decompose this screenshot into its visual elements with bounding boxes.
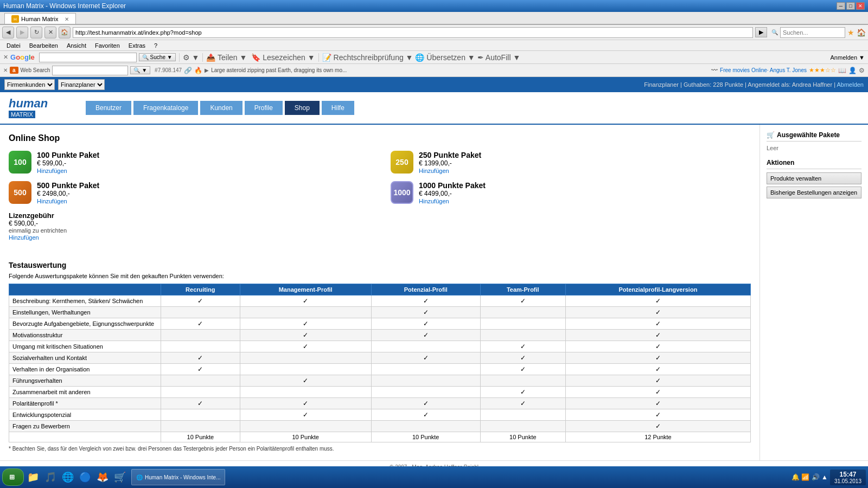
- nav-tab-shop[interactable]: Shop: [285, 101, 320, 115]
- table-cell: ✓: [240, 341, 371, 352]
- sign-in-text[interactable]: Anmelden ▼: [831, 54, 865, 61]
- table-cell: ✓: [240, 318, 371, 330]
- table-row-label: Polaritätenprofil *: [9, 398, 161, 409]
- product-link-1000[interactable]: Hinzufügen: [419, 198, 449, 204]
- finanzplaner-dropdown[interactable]: Finanzplaner: [58, 79, 105, 90]
- table-cell: [371, 421, 480, 432]
- ask-search-input[interactable]: [52, 66, 128, 75]
- table-cell: ✓: [565, 387, 750, 398]
- menu-ansicht[interactable]: Ansicht: [62, 41, 91, 50]
- address-search-input[interactable]: [780, 27, 845, 38]
- logout-link[interactable]: Abmelden: [837, 81, 864, 88]
- product-link-100[interactable]: Hinzufügen: [37, 168, 67, 174]
- check-icon: ✓: [520, 365, 526, 373]
- autofill-icon[interactable]: ✒ AutoFill ▼: [477, 53, 521, 62]
- product-item-250: 250 250 Punkte Paket € 1399,00,- Hinzufü…: [391, 151, 751, 175]
- go-button[interactable]: ▶: [755, 27, 767, 37]
- nav-tab-kunden[interactable]: Kunden: [200, 101, 242, 115]
- license-link[interactable]: Hinzufügen: [9, 234, 39, 241]
- back-button[interactable]: ◀: [2, 27, 14, 38]
- taskbar-icon-ie[interactable]: 🌐: [60, 469, 76, 485]
- url-input[interactable]: [73, 27, 753, 38]
- table-row-label: Einstellungen, Werthaltungen: [9, 307, 161, 318]
- taskbar-icon-firefox[interactable]: 🦊: [94, 469, 111, 485]
- google-search-input[interactable]: [39, 53, 137, 62]
- product-price-500: € 2498,00,-: [37, 190, 99, 197]
- table-cell: [161, 341, 240, 352]
- firmenkunden-dropdown[interactable]: Firmenkunden: [4, 79, 55, 90]
- table-cell: ✓: [565, 409, 750, 421]
- check-icon: ✓: [655, 377, 661, 384]
- system-clock[interactable]: 15:47 31.05.2013: [830, 470, 866, 485]
- table-row-label: Sozialverhalten und Kontakt: [9, 352, 161, 364]
- table-footer-cell: 10 Punkte: [161, 432, 240, 442]
- tab-close[interactable]: ✕: [65, 16, 69, 22]
- product-item-500: 500 500 Punkte Paket € 2498,00,- Hinzufü…: [9, 181, 369, 205]
- table-cell: [161, 375, 240, 387]
- favorites-icon[interactable]: ★: [847, 28, 854, 37]
- taskbar-icon-shop[interactable]: 🛒: [112, 469, 128, 485]
- product-link-250[interactable]: Hinzufügen: [419, 168, 449, 174]
- translate-icon[interactable]: 🌐 Übersetzen ▼: [415, 53, 475, 62]
- menu-datei[interactable]: Datei: [2, 41, 25, 50]
- product-link-500[interactable]: Hinzufügen: [37, 198, 67, 204]
- address-bar: ◀ ▶ ↻ ✕ 🏠 ▶ 🔍 ★ 🏠: [0, 25, 868, 40]
- wave-icon: 〰: [711, 67, 718, 74]
- table-cell: ✓: [480, 364, 565, 375]
- taskbar-icon-media[interactable]: 🎵: [42, 469, 59, 485]
- refresh-button[interactable]: ↻: [30, 27, 42, 38]
- table-cell: ✓: [565, 421, 750, 432]
- product-info-250: 250 Punkte Paket € 1399,00,- Hinzufügen: [419, 151, 481, 175]
- taskbar-icon-chrome[interactable]: 🔵: [77, 469, 93, 485]
- check-icon: ✓: [197, 297, 203, 305]
- table-cell: [480, 330, 565, 341]
- browser-tab-bar: H Human Matrix ✕: [0, 12, 868, 25]
- menu-help[interactable]: ?: [150, 41, 162, 50]
- ask-search-btn[interactable]: 🔍 ▼: [130, 66, 150, 74]
- nav-tab-benutzer[interactable]: Benutzer: [86, 101, 131, 115]
- orders-history-button[interactable]: Bisherige Bestellungen anzeigen: [767, 187, 861, 198]
- tab-title: Human Matrix: [21, 16, 58, 22]
- table-footer-cell: 10 Punkte: [240, 432, 371, 442]
- product-info-1000: 1000 Punkte Paket € 4499,00,- Hinzufügen: [419, 181, 486, 205]
- close-google-bar[interactable]: ✕: [3, 54, 8, 61]
- stop-button[interactable]: ✕: [44, 27, 56, 38]
- forward-button[interactable]: ▶: [16, 27, 28, 38]
- spellcheck-icon[interactable]: 📝 Rechtschreibprüfung ▼: [322, 53, 413, 62]
- menu-bearbeiten[interactable]: Bearbeiten: [25, 41, 62, 50]
- products-manage-button[interactable]: Produkte verwalten: [767, 172, 861, 184]
- table-row-label: Beschreibung: Kernthemen, Stärken/ Schwä…: [9, 296, 161, 307]
- taskbar-icon-folder[interactable]: 📁: [25, 469, 41, 485]
- google-search-button[interactable]: 🔍 Suche ▼: [139, 53, 176, 61]
- news-arrow: ▶: [205, 67, 209, 73]
- nav-tab-fragenkataloge[interactable]: Fragenkataloge: [133, 101, 198, 115]
- table-cell: [161, 387, 240, 398]
- check-icon: ✓: [303, 411, 308, 419]
- nav-tab-profile[interactable]: Profile: [245, 101, 283, 115]
- ask-link[interactable]: Free movies Online· Angus T. Jones: [720, 67, 807, 73]
- share-icon[interactable]: 📤 Teilen ▼: [206, 53, 247, 62]
- nav-tab-hilfe[interactable]: Hilfe: [322, 101, 354, 115]
- check-icon: ✓: [655, 354, 661, 362]
- product-badge-100: 100: [9, 151, 31, 174]
- table-cell: [161, 330, 240, 341]
- close-button[interactable]: ✕: [856, 2, 865, 10]
- browser-tab[interactable]: H Human Matrix ✕: [4, 13, 76, 24]
- minimize-button[interactable]: ─: [837, 2, 845, 10]
- home-button[interactable]: 🏠: [59, 27, 71, 38]
- menu-favoriten[interactable]: Favoriten: [91, 41, 124, 50]
- taskbar-active-window[interactable]: 🌐 Human Matrix - Windows Inte...: [131, 469, 225, 485]
- start-button[interactable]: ⊞: [2, 468, 24, 486]
- fire-icon[interactable]: 🔥: [194, 67, 202, 74]
- ask-gear-icon[interactable]: ⚙: [859, 67, 865, 74]
- logo-area: human MATRIX: [0, 93, 81, 123]
- check-icon: ✓: [423, 400, 429, 407]
- close-ask-bar[interactable]: ✕: [3, 67, 8, 73]
- bookmark-icon[interactable]: 🔖 Lesezeichen ▼: [251, 53, 315, 62]
- maximize-button[interactable]: □: [846, 2, 855, 10]
- table-cell: [371, 341, 480, 352]
- home-icon2[interactable]: 🏠: [857, 28, 866, 37]
- menu-extras[interactable]: Extras: [124, 41, 150, 50]
- link-icon[interactable]: 🔗: [184, 67, 192, 74]
- google-tools-icon[interactable]: ⚙ ▼: [183, 53, 200, 62]
